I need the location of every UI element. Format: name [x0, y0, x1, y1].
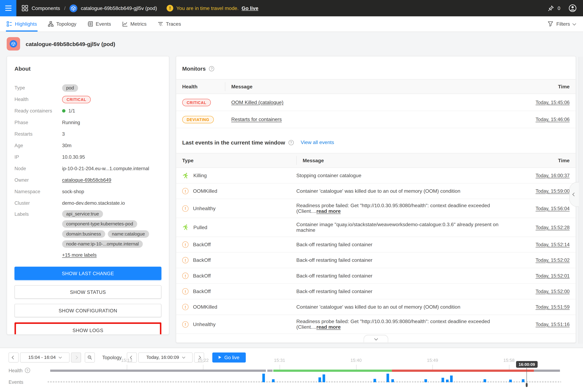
event-time-link[interactable]: Today, 15:52:28: [535, 224, 569, 230]
monitor-message-link[interactable]: OOM Killed (catalogue): [231, 100, 283, 105]
app-window: Components / catalogue-69b58cb649-gjl5v …: [0, 0, 583, 392]
event-type: Killing: [193, 173, 207, 178]
event-time-link[interactable]: Today, 15:52:14: [535, 242, 569, 247]
warning-circle-icon: !: [182, 257, 189, 263]
show-last-change-button[interactable]: SHOW LAST CHANGE: [15, 266, 161, 280]
health-row-label: Health ?: [9, 368, 30, 373]
read-more-link[interactable]: read more: [317, 324, 341, 330]
tab-label: Traces: [166, 21, 181, 27]
tab-label: Events: [96, 21, 111, 27]
event-row[interactable]: ! Killing Stopping container catalogue T…: [176, 168, 575, 184]
view-all-events-link[interactable]: View all events: [301, 140, 334, 145]
show-configuration-button[interactable]: SHOW CONFIGURATION: [15, 304, 161, 317]
tab-highlights[interactable]: Highlights: [7, 16, 37, 32]
pod-icon: [10, 40, 17, 48]
range-prev-button[interactable]: [9, 352, 19, 362]
event-time-link[interactable]: Today, 15:59:00: [535, 188, 569, 194]
event-time-link[interactable]: Today, 15:52:00: [535, 288, 569, 294]
go-live-link[interactable]: Go live: [242, 6, 258, 11]
timeline-track[interactable]: 15:13 15:22 15:31 15:40 15:49: [50, 348, 560, 392]
event-time-link[interactable]: Today, 15:51:16: [535, 322, 569, 327]
event-row[interactable]: ! OOMKilled Container 'catalogue' was ki…: [176, 300, 575, 315]
restarts-value: 3: [62, 131, 65, 137]
show-logs-button[interactable]: SHOW LOGS: [16, 324, 160, 334]
pin-icon[interactable]: [547, 5, 554, 12]
tab-topology[interactable]: Topology: [48, 16, 77, 32]
event-time-link[interactable]: Today, 15:52:01: [535, 273, 569, 278]
event-row[interactable]: ! Unhealthy Readiness probe failed: Get …: [176, 315, 575, 334]
help-icon[interactable]: ?: [288, 140, 294, 145]
highlights-icon: [7, 21, 12, 27]
event-row[interactable]: ! Unhealthy Readiness probe failed: Get …: [176, 199, 575, 218]
col-health: Health: [176, 84, 225, 89]
node-value: ip-10-0-21-204.eu-w...1.compute.internal: [62, 166, 149, 171]
event-time-link[interactable]: Today, 15:52:02: [535, 258, 569, 263]
event-row[interactable]: ! BackOff Back-off restarting failed con…: [176, 237, 575, 252]
about-row-namespace: Namespace sock-shop: [15, 186, 161, 197]
event-time-link[interactable]: Today, 15:51:59: [535, 304, 569, 310]
event-row[interactable]: ! BackOff Back-off restarting failed con…: [176, 252, 575, 268]
tab-events[interactable]: Events: [88, 16, 111, 32]
page-title: catalogue-69b58cb649-gjl5v (pod): [26, 40, 115, 47]
label-chip: node-name:ip-10-...ompute.internal: [62, 240, 143, 248]
monitor-row[interactable]: CRITICAL OOM Killed (catalogue) Today, 1…: [176, 94, 575, 111]
top-bar: Components / catalogue-69b58cb649-gjl5v …: [0, 0, 583, 16]
ip-value: 10.0.30.95: [62, 154, 85, 160]
about-row-phase: Phase Running: [15, 117, 161, 128]
read-more-link[interactable]: read more: [317, 208, 341, 214]
event-row[interactable]: ! OOMKilled Container 'catalogue' was ki…: [176, 184, 575, 199]
tab-metrics[interactable]: Metrics: [122, 16, 147, 32]
show-status-button[interactable]: SHOW STATUS: [15, 285, 161, 299]
monitor-time-link[interactable]: Today, 15:46:06: [535, 117, 569, 122]
event-type: BackOff: [193, 288, 211, 294]
right-panel-strip: [578, 57, 583, 344]
col-message: Message: [225, 82, 516, 91]
event-row[interactable]: ! Pulled Container image "quay.io/stacks…: [176, 218, 575, 237]
monitor-time-link[interactable]: Today, 15:45:06: [535, 100, 569, 105]
about-row-restarts: Restarts 3: [15, 128, 161, 140]
event-row[interactable]: ! BackOff Back-off restarting failed con…: [176, 284, 575, 299]
scroll-down-button[interactable]: [364, 335, 388, 342]
event-bar: [441, 378, 444, 382]
warning-circle-icon: !: [182, 321, 189, 328]
event-bar: [262, 374, 265, 382]
hamburger-menu-button[interactable]: [0, 0, 16, 16]
time-marker-handle[interactable]: [526, 383, 528, 387]
event-message: Back-off restarting failed container: [296, 258, 373, 263]
event-type: OOMKilled: [193, 188, 217, 194]
monitor-message-link[interactable]: Restarts for containers: [231, 117, 282, 122]
events-table-header: Type Message Time: [176, 153, 575, 168]
tab-traces[interactable]: Traces: [158, 16, 181, 32]
expand-right-panel-button[interactable]: [569, 182, 579, 207]
time-marker-tooltip: 16:00:09: [516, 361, 538, 368]
event-bar: [319, 377, 321, 382]
cluster-value: demo-dev.demo.stackstate.io: [62, 200, 125, 206]
event-time-link[interactable]: Today, 16:00:37: [535, 173, 569, 178]
help-icon[interactable]: ?: [25, 368, 30, 373]
event-type: Unhealthy: [193, 322, 215, 327]
more-labels-link[interactable]: +15 more labels: [62, 252, 161, 258]
age-value: 30m: [62, 143, 72, 148]
funnel-icon: [548, 21, 553, 27]
health-segment: [50, 370, 266, 372]
breadcrumb-entity[interactable]: catalogue-69b58cb649-gjl5v (pod): [81, 6, 157, 11]
help-icon[interactable]: ?: [209, 66, 214, 71]
event-row[interactable]: ! BackOff Back-off restarting failed con…: [176, 268, 575, 284]
about-row-type: Type pod: [15, 82, 161, 94]
filters-button[interactable]: Filters: [548, 16, 583, 32]
monitors-events-panel: Monitors ? Health Message Time CRITICAL …: [176, 56, 576, 343]
event-type: Pulled: [193, 224, 207, 230]
owner-link[interactable]: catalogue-69b58cb649: [62, 177, 111, 183]
about-row-owner: Owner catalogue-69b58cb649: [15, 174, 161, 186]
event-bar: [450, 375, 453, 382]
event-time-link[interactable]: Today, 15:56:04: [535, 206, 569, 211]
metrics-icon: [122, 21, 128, 27]
events-title: Last events in the current time window: [182, 139, 285, 146]
breadcrumb-components[interactable]: Components: [32, 6, 60, 11]
user-avatar[interactable]: [568, 4, 577, 12]
about-row-node: Node ip-10-0-21-204.eu-w...1.compute.int…: [15, 163, 161, 174]
label-chip: name:catalogue: [108, 230, 149, 238]
monitors-title: Monitors: [182, 65, 206, 72]
event-bar: [272, 379, 275, 382]
monitor-row[interactable]: DEVIATING Restarts for containers Today,…: [176, 111, 575, 128]
